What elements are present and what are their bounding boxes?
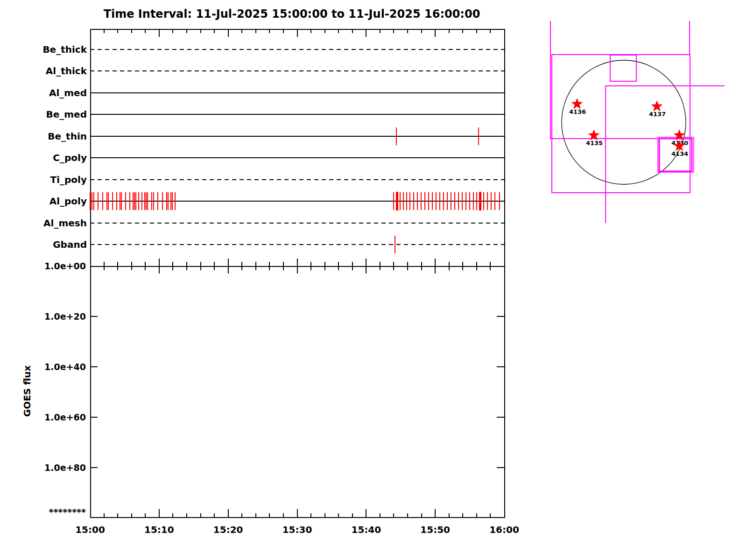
minor-time-tick bbox=[131, 513, 132, 518]
y-tick-label: 1.0e+80 bbox=[0, 462, 86, 474]
row-line-Be_thick bbox=[90, 49, 504, 50]
minor-time-tick bbox=[352, 29, 353, 33]
minor-time-tick bbox=[283, 513, 284, 518]
filter-row-label-Al_thick: Al_thick bbox=[0, 64, 87, 77]
exposure-tick-Al_poly bbox=[166, 192, 167, 210]
filter-row-label-Al_med: Al_med bbox=[0, 86, 87, 99]
decade-tick-right bbox=[497, 366, 504, 367]
minor-time-tick bbox=[490, 513, 491, 518]
filter-row-label-Be_med: Be_med bbox=[0, 108, 87, 121]
filter-timeline-panel bbox=[90, 29, 505, 266]
minor-time-tick bbox=[393, 29, 394, 33]
filter-row-label-C_poly: C_poly bbox=[0, 151, 87, 164]
exposure-tick-Al_poly bbox=[121, 192, 122, 210]
minor-time-tick bbox=[214, 262, 215, 270]
minor-time-tick bbox=[172, 513, 173, 518]
minor-time-tick bbox=[338, 513, 339, 518]
major-time-tick bbox=[159, 509, 160, 518]
active-region-label-4136: 4136 bbox=[569, 108, 586, 115]
minor-time-tick bbox=[407, 262, 408, 270]
exposure-tick-Al_poly bbox=[487, 192, 488, 210]
exposure-tick-Al_poly bbox=[428, 192, 429, 210]
minor-time-tick bbox=[421, 29, 422, 33]
minor-time-tick bbox=[269, 29, 270, 33]
filter-row-label-Be_thick: Be_thick bbox=[0, 43, 87, 56]
exposure-tick-Al_poly bbox=[157, 192, 158, 210]
minor-time-tick bbox=[186, 29, 187, 33]
exposure-tick-Al_poly bbox=[162, 192, 163, 210]
minor-time-tick bbox=[462, 29, 463, 33]
minor-time-tick bbox=[255, 29, 256, 33]
x-tick-label: 15:00 bbox=[62, 524, 118, 536]
y-tick-label: ******** bbox=[0, 506, 86, 518]
exposure-tick-Al_poly bbox=[469, 192, 470, 210]
major-time-tick bbox=[366, 259, 366, 273]
decade-tick-left bbox=[90, 417, 98, 418]
exposure-tick-Al_poly bbox=[413, 192, 414, 210]
major-time-tick bbox=[159, 29, 160, 37]
minor-time-tick bbox=[449, 262, 450, 270]
row-line-Ti_poly bbox=[90, 179, 504, 180]
decade-tick-left bbox=[90, 316, 98, 317]
exposure-tick-Al_poly bbox=[106, 192, 107, 210]
exposure-tick-Al_poly bbox=[421, 192, 422, 210]
minor-time-tick bbox=[172, 262, 173, 270]
minor-time-tick bbox=[310, 513, 311, 518]
active-region-label-4134: 4134 bbox=[671, 150, 688, 157]
exposure-tick-Al_poly bbox=[483, 192, 484, 210]
active-region-label-4137: 4137 bbox=[649, 111, 666, 118]
xrt-observation-plot: Time Interval: 11-Jul-2025 15:00:00 to 1… bbox=[0, 0, 747, 560]
filter-row-label-Al_mesh: Al_mesh bbox=[0, 217, 87, 230]
major-time-tick bbox=[228, 509, 229, 518]
major-time-tick bbox=[297, 509, 298, 518]
exposure-tick-Al_poly bbox=[93, 192, 94, 210]
exposure-tick-Al_poly bbox=[393, 192, 394, 210]
minor-time-tick bbox=[283, 262, 284, 270]
exposure-tick-Al_poly bbox=[447, 192, 448, 210]
minor-time-tick bbox=[421, 513, 422, 518]
minor-time-tick bbox=[352, 513, 353, 518]
exposure-tick-Be_thin bbox=[396, 127, 397, 145]
exposure-tick-Al_poly bbox=[146, 192, 147, 210]
exposure-tick-Al_poly bbox=[454, 192, 455, 210]
minor-time-tick bbox=[352, 262, 353, 270]
minor-time-tick bbox=[186, 513, 187, 518]
minor-time-tick bbox=[338, 262, 339, 270]
active-region-label-4135: 4135 bbox=[586, 140, 603, 147]
exposure-tick-Al_poly bbox=[92, 192, 92, 210]
decade-tick-right bbox=[497, 417, 504, 418]
minor-time-tick bbox=[186, 262, 187, 270]
minor-time-tick bbox=[145, 29, 146, 33]
minor-time-tick bbox=[241, 513, 242, 518]
minor-time-tick bbox=[407, 513, 408, 518]
minor-time-tick bbox=[200, 513, 201, 518]
minor-time-tick bbox=[117, 513, 118, 518]
exposure-tick-Al_poly bbox=[175, 192, 176, 210]
exposure-tick-Al_poly bbox=[153, 192, 154, 210]
minor-time-tick bbox=[462, 262, 463, 270]
minor-time-tick bbox=[490, 262, 491, 270]
major-time-tick bbox=[435, 509, 436, 518]
exposure-tick-Al_poly bbox=[436, 192, 437, 210]
exposure-tick-Al_poly bbox=[151, 192, 152, 210]
exposure-tick-Al_poly bbox=[147, 192, 148, 210]
major-time-tick bbox=[366, 509, 366, 518]
minor-time-tick bbox=[255, 262, 256, 270]
row-line-Al_thick bbox=[90, 70, 504, 71]
active-region-star-4136 bbox=[572, 98, 583, 109]
minor-time-tick bbox=[104, 513, 105, 518]
exposure-tick-Al_poly bbox=[144, 192, 145, 210]
exposure-tick-Al_poly bbox=[494, 192, 495, 210]
minor-time-tick bbox=[200, 262, 201, 270]
exposure-tick-Al_poly bbox=[476, 192, 477, 210]
decade-tick-left bbox=[90, 467, 98, 468]
solar-disk bbox=[562, 60, 686, 184]
fov-clipped-right bbox=[606, 86, 725, 223]
exposure-tick-Al_poly bbox=[141, 192, 142, 210]
major-time-tick bbox=[435, 259, 436, 273]
major-time-tick bbox=[159, 259, 160, 273]
exposure-tick-Al_poly bbox=[129, 192, 130, 210]
exposure-tick-Al_poly bbox=[125, 192, 126, 210]
minor-time-tick bbox=[104, 262, 105, 270]
minor-time-tick bbox=[380, 513, 381, 518]
